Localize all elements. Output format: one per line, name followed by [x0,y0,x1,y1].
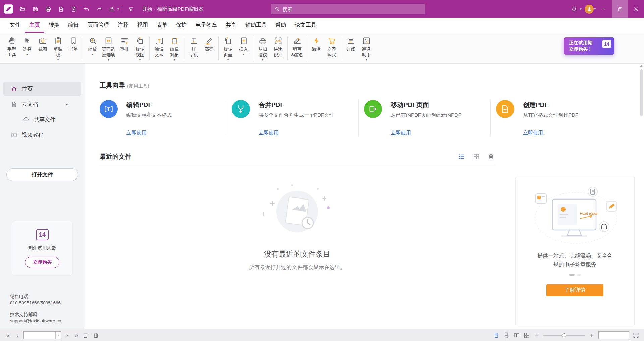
menu-tab-主页[interactable]: 主页 [25,18,44,33]
zoom-slider[interactable] [543,333,585,338]
sidebar-item-云文档[interactable]: 云文档▾ [3,97,81,111]
content-scrollbar[interactable] [639,64,643,328]
next-view-icon[interactable] [92,332,99,339]
menu-tab-文件[interactable]: 文件 [5,18,25,33]
dropdown-caret[interactable]: ▾ [117,7,119,11]
sidebar-item-首页[interactable]: 首页 [3,82,81,96]
dropdown-caret[interactable]: ▾ [262,58,264,61]
single-page-view-icon[interactable] [493,332,500,339]
use-now-link[interactable]: 立即使用 [259,130,279,136]
esign-stamp-icon[interactable] [106,3,117,15]
ribbon-tool[interactable]: 选择▾ [19,36,35,57]
dropdown-caret[interactable]: ▾ [139,58,141,61]
scroll-up-arrow-icon[interactable] [640,65,643,67]
menu-tab-注释[interactable]: 注释 [113,18,133,33]
support-email-link[interactable]: support@foxitsoftware.cn [10,318,81,324]
ribbon-tool[interactable]: 编辑 对象▾ [167,36,182,62]
page-number-input[interactable] [24,332,55,339]
fullscreen-icon[interactable] [633,332,639,339]
ribbon-tool[interactable]: 激活 [309,36,324,53]
save-icon[interactable] [30,3,41,15]
open-file-button[interactable]: 打开文件 [6,168,78,181]
close-button[interactable] [628,0,644,18]
trial-badge[interactable]: 正在试用期 立即购买！ 14 [564,37,614,55]
menu-tab-页面管理[interactable]: 页面管理 [83,18,113,33]
sidebar-item-视频教程[interactable]: 视频教程 [3,128,81,142]
dropdown-caret[interactable]: ▾ [174,58,175,61]
ribbon-tool[interactable]: 重排 [117,36,132,53]
ribbon-tool[interactable]: 插入▾ [236,36,251,57]
ribbon-tool[interactable]: 高亮 [201,36,217,53]
sidebar-item-共享文件[interactable]: 共享文件 [3,113,81,127]
ribbon-tool[interactable]: 旋转 视图▾ [132,36,148,62]
dropdown-caret[interactable]: ▾ [92,53,94,56]
facing-view-icon[interactable] [513,332,520,339]
use-now-link[interactable]: 立即使用 [126,130,147,136]
buy-now-button[interactable]: 立即购买 [25,257,59,268]
ribbon-tool[interactable]: 书签 [66,36,81,53]
ribbon-tool[interactable]: 页面适 应选项▾ [100,36,117,62]
quick-access-icon[interactable] [125,3,137,15]
search-box[interactable] [271,4,425,14]
page-number-combo[interactable]: ▾ [23,331,61,339]
menu-tab-转换[interactable]: 转换 [44,18,64,33]
ribbon-tool[interactable]: 打 字机 [186,36,201,58]
carousel-dots[interactable] [569,274,581,276]
use-now-link[interactable]: 立即使用 [523,130,543,136]
last-page-button[interactable]: » [73,332,80,338]
first-page-button[interactable]: « [5,332,11,338]
menu-tab-辅助工具[interactable]: 辅助工具 [241,18,271,33]
ribbon-tool[interactable]: A文翻译 助手▾ [359,36,374,62]
ribbon-tool[interactable]: 旋转 页面▾ [220,36,236,62]
minimize-button[interactable] [596,0,612,18]
menu-tab-编辑[interactable]: 编辑 [64,18,83,33]
open-file-icon[interactable] [17,3,28,15]
zoom-out-button[interactable]: − [533,332,540,338]
continuous-view-icon[interactable] [503,332,510,339]
notifications-bell-icon[interactable] [569,3,580,15]
ribbon-tool[interactable]: 从扫 描仪▾ [255,36,270,62]
ribbon-tool[interactable]: 截图 [35,36,50,53]
zoom-in-button[interactable]: + [588,332,595,338]
learn-more-button[interactable]: 了解详情 [546,284,603,296]
dropdown-caret[interactable]: ▾ [580,7,582,11]
menu-tab-帮助[interactable]: 帮助 [271,18,290,33]
clear-recent-trash-icon[interactable] [487,153,495,160]
facing-continuous-view-icon[interactable] [523,332,530,339]
dropdown-caret[interactable]: ▾ [243,53,245,56]
dropdown-caret[interactable]: ▾ [57,58,59,61]
zoom-level-input[interactable] [599,332,629,339]
ribbon-tool[interactable]: 编辑 文本 [151,36,167,58]
zoom-slider-thumb[interactable] [562,333,566,337]
menu-tab-视图[interactable]: 视图 [133,18,152,33]
menu-tab-共享[interactable]: 共享 [221,18,241,33]
menu-tab-保护[interactable]: 保护 [172,18,191,33]
restore-button[interactable] [612,0,628,18]
undo-icon[interactable] [80,3,92,15]
search-input[interactable] [282,6,422,12]
dropdown-caret[interactable]: ▾ [366,58,367,61]
redo-icon[interactable] [93,3,105,15]
dropdown-caret[interactable]: ▾ [108,58,109,61]
menu-tab-电子签章[interactable]: 电子签章 [191,18,221,33]
prev-view-icon[interactable] [83,332,89,339]
scrollbar-thumb[interactable] [640,69,643,116]
dropdown-caret[interactable]: ▾ [26,53,28,56]
menu-tab-论文工具[interactable]: 论文工具 [290,18,321,33]
list-view-icon[interactable] [458,153,465,160]
use-now-link[interactable]: 立即使用 [391,130,411,136]
prev-page-button[interactable]: ‹ [14,332,21,338]
export-doc-icon[interactable] [55,3,66,15]
zoom-level-box[interactable] [598,331,629,339]
share-doc-icon[interactable] [68,3,79,15]
ribbon-tool[interactable]: 手型 工具 [4,36,19,58]
ribbon-tool[interactable]: 订阅 [343,36,359,53]
ribbon-tool[interactable]: OCR快速 识别 [270,36,286,58]
avatar[interactable] [585,5,594,14]
dropdown-caret[interactable]: ▾ [227,58,229,61]
ribbon-tool[interactable]: 缩放▾ [85,36,100,57]
ribbon-tool[interactable]: 剪贴 板▾ [50,36,66,62]
ribbon-tool[interactable]: 立即 购买 [324,36,339,58]
chevron-down-icon[interactable]: ▾ [66,103,68,106]
print-icon[interactable] [42,3,54,15]
